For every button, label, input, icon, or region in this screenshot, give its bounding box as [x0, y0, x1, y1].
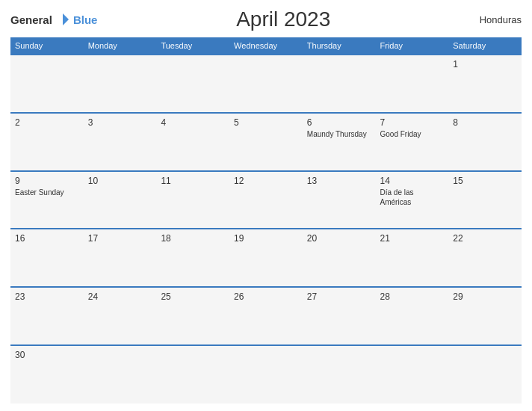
- day-number: 18: [161, 233, 225, 244]
- cell-w2-d1: 2: [10, 113, 84, 171]
- day-number: 27: [307, 291, 371, 302]
- cell-w4-d6: 21: [376, 229, 449, 287]
- header-wednesday: Wednesday: [229, 37, 303, 55]
- cell-w1-d6: [376, 55, 449, 113]
- cell-w3-d5: 13: [303, 171, 376, 229]
- day-number: 8: [453, 117, 517, 128]
- day-headers-row: Sunday Monday Tuesday Wednesday Thursday…: [10, 37, 522, 55]
- day-number: 19: [234, 233, 298, 244]
- cell-w2-d7: 8: [448, 113, 522, 171]
- day-number: 15: [453, 176, 517, 186]
- country-label: Honduras: [469, 14, 522, 25]
- cell-w5-d1: 23: [10, 287, 84, 345]
- logo-blue-text: Blue: [73, 13, 98, 26]
- header-saturday: Saturday: [448, 37, 522, 55]
- logo: General Blue: [10, 12, 97, 27]
- week-row-1: 1: [10, 55, 522, 113]
- cell-w1-d3: [156, 55, 229, 113]
- header-sunday: Sunday: [10, 37, 84, 55]
- day-number: 2: [15, 117, 79, 128]
- week-row-2: 23456Maundy Thursday7Good Friday8: [10, 113, 522, 171]
- calendar-page: General Blue April 2023 Honduras Sunday …: [0, 0, 532, 411]
- day-number: 24: [88, 291, 152, 302]
- cell-w3-d7: 15: [448, 171, 522, 229]
- day-number: 22: [453, 233, 517, 244]
- holiday-label: Good Friday: [380, 129, 445, 139]
- day-number: 12: [234, 176, 298, 186]
- cell-w2-d5: 6Maundy Thursday: [303, 113, 376, 171]
- holiday-label: Easter Sunday: [15, 188, 79, 197]
- day-number: 23: [15, 291, 79, 302]
- day-number: 9: [15, 176, 79, 186]
- cell-w5-d4: 26: [229, 287, 303, 345]
- cell-w5-d5: 27: [303, 287, 376, 345]
- cell-w3-d1: 9Easter Sunday: [10, 171, 84, 229]
- header-thursday: Thursday: [303, 37, 376, 55]
- cell-w1-d2: [84, 55, 157, 113]
- cell-w5-d3: 25: [156, 287, 229, 345]
- day-number: 11: [161, 176, 225, 186]
- day-number: 29: [453, 291, 517, 302]
- cell-w1-d4: [229, 55, 303, 113]
- cell-w6-d7: [448, 345, 522, 404]
- cell-w6-d3: [156, 345, 229, 404]
- cell-w2-d2: 3: [84, 113, 157, 171]
- day-number: 25: [161, 291, 225, 302]
- day-number: 1: [453, 59, 517, 69]
- day-number: 6: [307, 117, 371, 128]
- cell-w3-d4: 12: [229, 171, 303, 229]
- holiday-label: Día de las Américas: [380, 188, 445, 207]
- week-row-5: 23242526272829: [10, 287, 522, 345]
- cell-w6-d2: [84, 345, 157, 404]
- day-number: 17: [88, 233, 152, 244]
- day-number: 10: [88, 176, 152, 186]
- cell-w6-d1: 30: [10, 345, 84, 404]
- logo-flag-icon: [55, 12, 70, 27]
- cell-w6-d4: [229, 345, 303, 404]
- cell-w2-d4: 5: [229, 113, 303, 171]
- cell-w1-d1: [10, 55, 84, 113]
- cell-w4-d3: 18: [156, 229, 229, 287]
- cell-w4-d7: 22: [448, 229, 522, 287]
- cell-w1-d5: [303, 55, 376, 113]
- cell-w5-d7: 29: [448, 287, 522, 345]
- holiday-label: Maundy Thursday: [307, 129, 371, 139]
- header-tuesday: Tuesday: [156, 37, 229, 55]
- cell-w4-d4: 19: [229, 229, 303, 287]
- svg-marker-0: [63, 13, 69, 25]
- day-number: 16: [15, 233, 79, 244]
- cell-w4-d1: 16: [10, 229, 84, 287]
- cell-w6-d6: [376, 345, 449, 404]
- week-row-3: 9Easter Sunday1011121314Día de las Améri…: [10, 171, 522, 229]
- cell-w2-d3: 4: [156, 113, 229, 171]
- cell-w6-d5: [303, 345, 376, 404]
- cell-w3-d6: 14Día de las Américas: [376, 171, 449, 229]
- cell-w5-d6: 28: [376, 287, 449, 345]
- header-friday: Friday: [376, 37, 449, 55]
- day-number: 14: [380, 176, 445, 186]
- week-row-6: 30: [10, 345, 522, 404]
- header: General Blue April 2023 Honduras: [10, 7, 522, 31]
- day-number: 28: [380, 291, 445, 302]
- cell-w4-d5: 20: [303, 229, 376, 287]
- cell-w5-d2: 24: [84, 287, 157, 345]
- cell-w3-d3: 11: [156, 171, 229, 229]
- day-number: 13: [307, 176, 371, 186]
- day-number: 30: [15, 350, 79, 360]
- day-number: 26: [234, 291, 298, 302]
- day-number: 21: [380, 233, 445, 244]
- day-number: 5: [234, 117, 298, 128]
- month-title: April 2023: [97, 7, 469, 31]
- cell-w2-d6: 7Good Friday: [376, 113, 449, 171]
- calendar-table: Sunday Monday Tuesday Wednesday Thursday…: [10, 37, 522, 404]
- cell-w1-d7: 1: [448, 55, 522, 113]
- day-number: 4: [161, 117, 225, 128]
- day-number: 7: [380, 117, 445, 128]
- day-number: 20: [307, 233, 371, 244]
- logo-general-text: General: [10, 13, 52, 26]
- cell-w3-d2: 10: [84, 171, 157, 229]
- week-row-4: 16171819202122: [10, 229, 522, 287]
- header-monday: Monday: [84, 37, 157, 55]
- day-number: 3: [88, 117, 152, 128]
- cell-w4-d2: 17: [84, 229, 157, 287]
